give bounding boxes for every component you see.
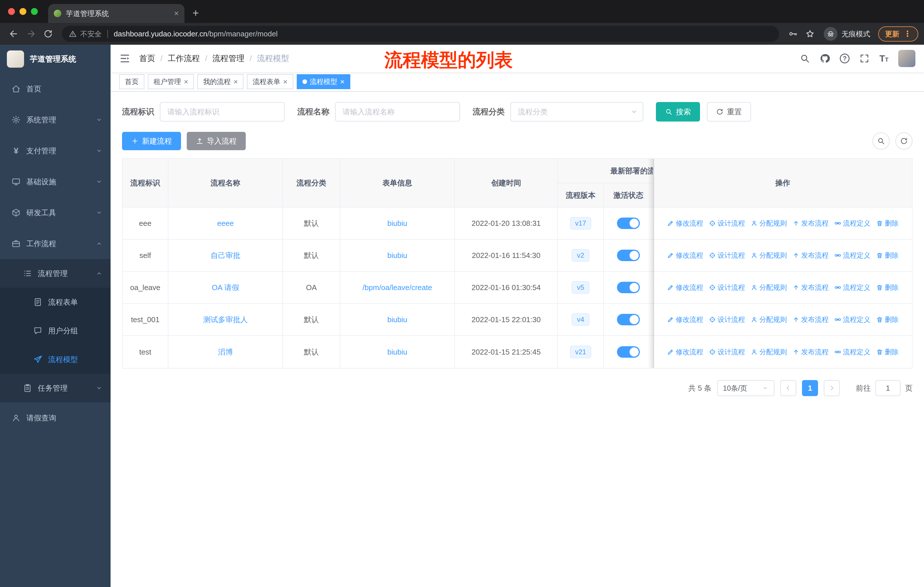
process-name-link[interactable]: 测试多审批人 (203, 315, 248, 325)
tag-process-model[interactable]: 流程模型 × (297, 74, 350, 89)
sidebar-item-infrastructure[interactable]: 基础设施 (0, 166, 111, 197)
tag-process-form[interactable]: 流程表单 × (247, 74, 293, 89)
password-key-icon[interactable] (785, 26, 801, 42)
sidebar-item-system[interactable]: 系统管理 (0, 104, 111, 135)
back-button[interactable] (6, 26, 22, 42)
sidebar-item-process-management[interactable]: 流程管理 (0, 259, 111, 288)
forward-button[interactable] (23, 26, 39, 42)
op-publish-link[interactable]: 发布流程 (792, 251, 828, 260)
op-delete-link[interactable]: 删除 (876, 347, 899, 357)
create-process-button[interactable]: 新建流程 (122, 132, 181, 150)
op-delete-link[interactable]: 删除 (876, 251, 899, 260)
help-icon[interactable]: ? (840, 54, 850, 63)
avatar[interactable] (898, 50, 916, 67)
op-design-link[interactable]: 设计流程 (709, 219, 745, 228)
address-bar[interactable]: 不安全 dashboard.yudao.iocoder.cn /bpm/mana… (62, 26, 779, 42)
sidebar-item-task-management[interactable]: 任务管理 (0, 374, 111, 402)
process-name-link[interactable]: OA 请假 (212, 283, 239, 293)
op-definition-link[interactable]: 流程定义 (834, 347, 870, 357)
breadcrumb-item[interactable]: 工作流程 (168, 53, 200, 64)
close-icon[interactable]: × (233, 78, 238, 85)
category-select-input[interactable] (510, 102, 643, 122)
tag-my-process[interactable]: 我的流程 × (197, 74, 243, 89)
process-name-link[interactable]: 滔博 (218, 347, 233, 357)
close-icon[interactable]: × (283, 78, 287, 85)
breadcrumb-item[interactable]: 首页 (139, 53, 155, 64)
sidebar-item-process-form[interactable]: 流程表单 (0, 288, 111, 316)
close-icon[interactable]: × (184, 78, 188, 85)
process-key-input[interactable] (160, 102, 285, 122)
active-toggle[interactable] (617, 218, 640, 229)
search-button[interactable]: 搜索 (656, 102, 700, 122)
category-select[interactable] (510, 102, 643, 122)
close-tab-icon[interactable]: × (174, 10, 179, 18)
op-modify-link[interactable]: 修改流程 (667, 251, 703, 260)
op-delete-link[interactable]: 删除 (876, 283, 899, 292)
op-definition-link[interactable]: 流程定义 (834, 283, 870, 292)
active-toggle[interactable] (617, 346, 640, 358)
tag-tenant-management[interactable]: 租户管理 × (148, 74, 194, 89)
tag-home[interactable]: 首页 (119, 74, 144, 89)
bookmark-star-icon[interactable] (802, 26, 818, 42)
reset-button[interactable]: 重置 (707, 102, 751, 122)
op-design-link[interactable]: 设计流程 (709, 347, 745, 357)
sidebar-item-leave-query[interactable]: 请假查询 (0, 402, 111, 433)
import-process-button[interactable]: 导入流程 (187, 132, 246, 150)
search-icon[interactable] (800, 53, 810, 64)
sidebar-item-home[interactable]: 首页 (0, 73, 111, 104)
op-publish-link[interactable]: 发布流程 (792, 283, 828, 292)
op-modify-link[interactable]: 修改流程 (667, 283, 703, 292)
close-icon[interactable]: × (340, 78, 345, 85)
process-name-link[interactable]: 自己审批 (211, 251, 240, 261)
minimize-window-button[interactable] (20, 8, 26, 15)
current-page[interactable]: 1 (802, 380, 818, 396)
refresh-table-button[interactable] (895, 132, 912, 150)
process-name-link[interactable]: eeee (217, 219, 234, 228)
sidebar-item-workflow[interactable]: 工作流程 (0, 228, 111, 259)
op-modify-link[interactable]: 修改流程 (667, 219, 703, 228)
op-delete-link[interactable]: 删除 (876, 315, 899, 324)
sidebar-item-process-model[interactable]: 流程模型 (0, 345, 111, 374)
sidebar-item-devtools[interactable]: 研发工具 (0, 197, 111, 228)
process-name-input[interactable] (335, 102, 460, 122)
sidebar-item-user-group[interactable]: 用户分组 (0, 316, 111, 345)
form-link[interactable]: /bpm/oa/leave/create (363, 283, 432, 292)
op-modify-link[interactable]: 修改流程 (667, 315, 703, 324)
close-window-button[interactable] (8, 8, 15, 15)
font-size-icon[interactable]: T T (879, 54, 888, 63)
fullscreen-icon[interactable] (859, 53, 870, 64)
op-publish-link[interactable]: 发布流程 (792, 315, 828, 324)
op-delete-link[interactable]: 删除 (876, 219, 899, 228)
active-toggle[interactable] (617, 282, 640, 293)
op-publish-link[interactable]: 发布流程 (792, 219, 828, 228)
op-definition-link[interactable]: 流程定义 (834, 219, 870, 228)
op-design-link[interactable]: 设计流程 (709, 283, 745, 292)
hamburger-icon[interactable] (119, 53, 130, 64)
op-assign-rule-link[interactable]: 分配规则 (751, 283, 787, 292)
op-definition-link[interactable]: 流程定义 (834, 251, 870, 260)
goto-page-input[interactable] (875, 380, 901, 396)
reload-button[interactable] (40, 26, 56, 42)
op-publish-link[interactable]: 发布流程 (792, 347, 828, 357)
form-link[interactable]: biubiu (387, 251, 407, 260)
op-assign-rule-link[interactable]: 分配规则 (751, 315, 787, 324)
page-size-select[interactable]: 10条/页 (717, 380, 774, 396)
browser-tab[interactable]: 芋道管理系统 × (48, 4, 185, 23)
op-modify-link[interactable]: 修改流程 (667, 347, 703, 357)
browser-update-button[interactable]: 更新 ⋮ (878, 26, 918, 41)
prev-page-button[interactable] (780, 380, 796, 396)
github-icon[interactable] (820, 53, 830, 64)
op-definition-link[interactable]: 流程定义 (834, 315, 870, 324)
form-link[interactable]: biubiu (387, 348, 407, 357)
active-toggle[interactable] (617, 250, 640, 261)
form-link[interactable]: biubiu (387, 219, 407, 228)
toggle-search-button[interactable] (873, 132, 889, 150)
active-toggle[interactable] (617, 314, 640, 325)
op-design-link[interactable]: 设计流程 (709, 251, 745, 260)
next-page-button[interactable] (824, 380, 840, 396)
breadcrumb-item[interactable]: 流程管理 (213, 53, 244, 64)
form-link[interactable]: biubiu (387, 315, 407, 324)
menu-kebab-icon[interactable]: ⋮ (903, 30, 911, 38)
new-tab-button[interactable]: + (193, 7, 199, 18)
op-assign-rule-link[interactable]: 分配规则 (751, 251, 787, 260)
